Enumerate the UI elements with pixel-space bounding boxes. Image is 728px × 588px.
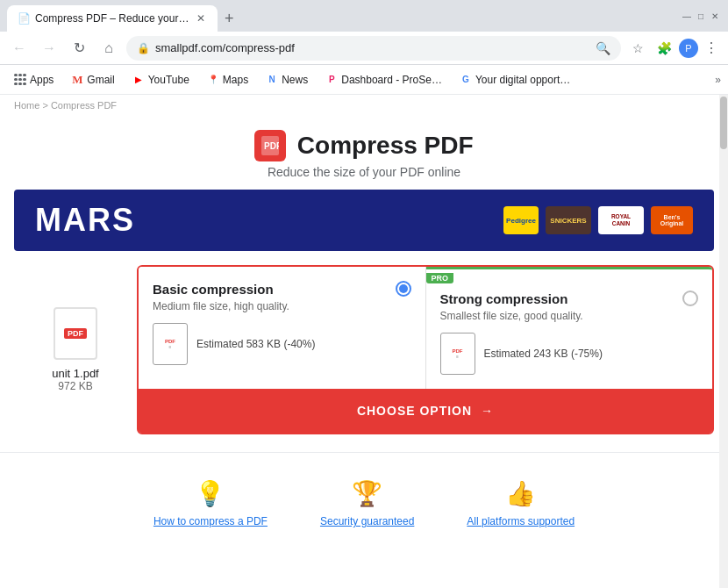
chrome-menu-button[interactable]: ⋮	[702, 37, 721, 59]
minimize-button[interactable]: —	[681, 10, 693, 22]
breadcrumb: Home > Compress PDF	[0, 95, 728, 116]
bens-original-logo: Ben'sOriginal	[651, 206, 693, 234]
pedigree-logo: Pedigree	[503, 206, 539, 234]
url-text: smallpdf.com/compress-pdf	[155, 41, 590, 54]
back-button[interactable]: ←	[7, 36, 32, 61]
strong-pdf-icon: PDF ≡	[440, 333, 475, 375]
tab-close-button[interactable]: ✕	[195, 11, 207, 26]
footer-platforms-link[interactable]: All platforms supported	[467, 515, 575, 527]
tab-title: Compress PDF – Reduce your P…	[35, 12, 189, 25]
scrollbar[interactable]	[719, 95, 728, 588]
basic-pdf-icon: PDF ≡	[153, 323, 188, 365]
maximize-button[interactable]: □	[695, 10, 707, 22]
active-tab[interactable]: 📄 Compress PDF – Reduce your P… ✕	[7, 5, 218, 32]
bookmark-star-button[interactable]: ☆	[626, 37, 649, 60]
url-search-icon: 🔍	[596, 41, 610, 55]
bookmark-maps[interactable]: 📍 Maps	[200, 71, 255, 89]
page-subtitle: Reduce the size of your PDF online	[0, 165, 728, 179]
close-button[interactable]: ✕	[709, 10, 721, 22]
file-panel: PDF unit 1.pdf 972 KB	[14, 290, 137, 410]
bookmark-news[interactable]: N News	[259, 71, 315, 89]
new-tab-button[interactable]: +	[218, 6, 241, 32]
bookmark-youtube[interactable]: ▶ YouTube	[125, 71, 196, 89]
bookmark-digital[interactable]: G Your digital opport…	[453, 71, 577, 89]
ad-banner[interactable]: MARS Pedigree SNICKERS ROYALCANIN Ben'sO…	[14, 190, 714, 251]
basic-estimate-row: PDF ≡ Estimated 583 KB (-40%)	[153, 323, 411, 365]
extension-button[interactable]: 🧩	[653, 37, 675, 60]
footer-item-compress: 💡 How to compress a PDF	[153, 479, 268, 527]
page-content: Home > Compress PDF PDF Compress PDF Red…	[0, 95, 728, 588]
tab-favicon: 📄	[18, 12, 30, 25]
bookmark-dashboard-label: Dashboard - ProSe…	[341, 74, 442, 86]
thumbsup-icon: 👍	[505, 479, 536, 508]
bookmark-apps-label: Apps	[30, 74, 54, 86]
lightbulb-icon: 💡	[195, 479, 225, 508]
trophy-icon: 🏆	[352, 479, 382, 508]
pro-badge: PRO	[426, 273, 454, 283]
strong-estimate-row: PDF ≡ Estimated 243 KB (-75%)	[440, 333, 699, 375]
refresh-button[interactable]: ↻	[67, 36, 91, 61]
choose-option-arrow: →	[481, 404, 494, 418]
footer-item-platforms: 👍 All platforms supported	[467, 479, 575, 527]
forward-button[interactable]: →	[37, 36, 61, 61]
basic-compression-option[interactable]: Basic compression Medium file size, high…	[139, 267, 426, 389]
pdf-file-icon: PDF	[54, 307, 97, 360]
profile-avatar[interactable]: P	[679, 39, 698, 58]
strong-compression-subtitle: Smallest file size, good quality.	[440, 310, 699, 322]
page-header: PDF Compress PDF Reduce the size of your…	[0, 116, 728, 190]
bookmarks-bar: Apps M Gmail ▶ YouTube 📍 Maps N News P D…	[0, 65, 728, 95]
strong-compression-option[interactable]: PRO Strong compression Smallest file siz…	[426, 267, 713, 389]
strong-compression-title: Strong compression	[440, 291, 568, 306]
file-size: 972 KB	[58, 380, 92, 392]
digital-icon: G	[460, 74, 472, 86]
maps-icon: 📍	[207, 74, 219, 86]
royalcanin-logo: ROYALCANIN	[598, 206, 644, 234]
basic-estimate-text: Estimated 583 KB (-40%)	[196, 338, 315, 350]
bookmark-dashboard[interactable]: P Dashboard - ProSe…	[318, 71, 449, 89]
footer-compress-link[interactable]: How to compress a PDF	[153, 515, 268, 527]
strong-estimate-text: Estimated 243 KB (-75%)	[484, 348, 603, 360]
scrollbar-thumb	[720, 97, 727, 149]
url-bar[interactable]: 🔒 smallpdf.com/compress-pdf 🔍	[126, 36, 621, 61]
bookmark-apps[interactable]: Apps	[7, 71, 61, 89]
bookmark-maps-label: Maps	[223, 74, 248, 86]
gmail-icon: M	[71, 74, 83, 86]
bookmark-gmail[interactable]: M Gmail	[64, 71, 121, 89]
home-button[interactable]: ⌂	[96, 36, 121, 61]
mars-logo: MARS	[35, 202, 135, 239]
compression-container: Basic compression Medium file size, high…	[137, 265, 714, 434]
address-bar: ← → ↻ ⌂ 🔒 smallpdf.com/compress-pdf 🔍 ☆ …	[0, 32, 728, 65]
basic-radio-button[interactable]	[396, 281, 411, 297]
basic-compression-subtitle: Medium file size, high quality.	[153, 300, 411, 312]
options-row: Basic compression Medium file size, high…	[139, 267, 712, 389]
dashboard-icon: P	[325, 74, 338, 86]
page-title: Compress PDF	[297, 132, 474, 159]
bookmarks-overflow-button[interactable]: »	[715, 74, 721, 86]
radio-selected-indicator	[399, 284, 408, 293]
bookmark-youtube-label: YouTube	[148, 74, 189, 86]
bookmark-news-label: News	[282, 74, 308, 86]
footer-item-security: 🏆 Security guaranteed	[320, 479, 414, 527]
footer-security-link[interactable]: Security guaranteed	[320, 515, 414, 527]
news-icon: N	[266, 74, 278, 86]
apps-icon	[14, 74, 26, 86]
strong-radio-button[interactable]	[682, 290, 698, 306]
pdf-badge: PDF	[64, 328, 87, 339]
youtube-icon: ▶	[132, 74, 145, 86]
page-logo-icon: PDF	[254, 130, 286, 161]
brand-logos: Pedigree SNICKERS ROYALCANIN Ben'sOrigin…	[503, 206, 693, 234]
bookmark-gmail-label: Gmail	[87, 74, 114, 86]
file-name: unit 1.pdf	[52, 367, 99, 380]
basic-compression-title: Basic compression	[153, 282, 274, 297]
tool-area: PDF unit 1.pdf 972 KB Basic compression …	[14, 265, 714, 434]
footer-section: 💡 How to compress a PDF 🏆 Security guara…	[0, 452, 728, 536]
choose-option-label: CHOOSE OPTION	[357, 404, 472, 418]
svg-text:PDF: PDF	[264, 141, 279, 151]
bookmark-digital-label: Your digital opport…	[475, 74, 570, 86]
lock-icon: 🔒	[137, 42, 150, 54]
choose-option-button[interactable]: CHOOSE OPTION →	[139, 389, 712, 433]
snickers-logo: SNICKERS	[546, 206, 591, 234]
